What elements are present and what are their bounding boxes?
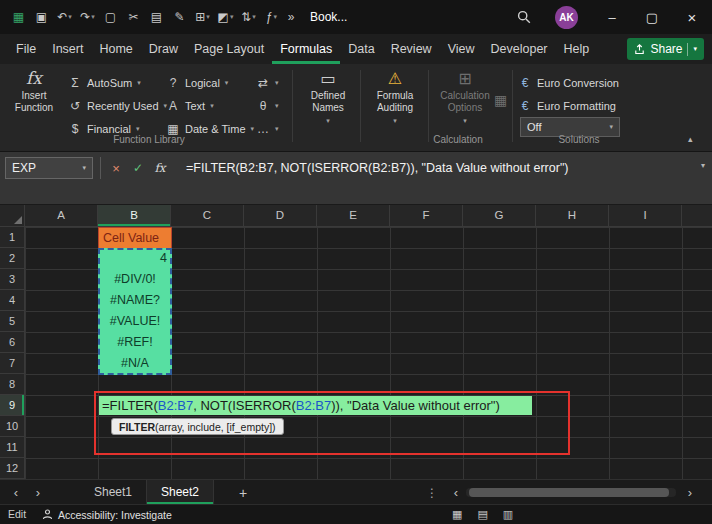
tab-review[interactable]: Review	[383, 34, 440, 64]
cell-b3[interactable]: #DIV/0!	[98, 269, 172, 290]
row-header-5[interactable]: 5	[0, 311, 25, 332]
chevron-down-icon[interactable]: ▾	[693, 45, 697, 53]
row-header-8[interactable]: 8	[0, 374, 25, 395]
scroll-left-icon[interactable]: ‹	[446, 480, 466, 505]
logical-icon: ?	[166, 76, 180, 90]
format-painter-icon[interactable]: ✎	[169, 5, 190, 29]
toolbar-overflow-icon[interactable]: »	[282, 10, 300, 24]
row-header-11[interactable]: 11	[0, 437, 25, 458]
range-b2-b7[interactable]: 4 #DIV/0! #NAME? #VALUE! #REF! #N/A	[98, 248, 172, 375]
column-header-b[interactable]: B	[98, 205, 171, 227]
column-header-i[interactable]: I	[609, 205, 682, 227]
sheet-nav-right-icon[interactable]: ›	[28, 480, 48, 505]
row-header-3[interactable]: 3	[0, 269, 25, 290]
column-header-c[interactable]: C	[171, 205, 244, 227]
redo-icon[interactable]: ↷▾	[77, 5, 98, 29]
search-icon[interactable]	[507, 0, 541, 34]
logical-button[interactable]: ? Logical ▾	[166, 73, 228, 92]
cut-icon[interactable]: ✂	[123, 5, 144, 29]
name-box-value: EXP	[12, 161, 36, 175]
row-header-7[interactable]: 7	[0, 353, 25, 374]
avatar[interactable]: AK	[555, 6, 578, 29]
save-icon[interactable]: ▣	[31, 5, 52, 29]
autosum-button[interactable]: Σ AutoSum ▾	[68, 73, 141, 92]
expand-formula-bar-icon[interactable]: ▾	[701, 161, 705, 170]
column-header-h[interactable]: H	[536, 205, 609, 227]
maximize-button[interactable]: ▢	[632, 0, 672, 34]
cells-area[interactable]: Cell Value 4 #DIV/0! #NAME? #VALUE! #REF…	[25, 227, 712, 479]
sort-filter-icon[interactable]: ⇅▾	[238, 5, 259, 29]
lookup-reference-button[interactable]: ⇄ ▾	[256, 73, 279, 92]
horizontal-scrollbar[interactable]	[466, 488, 676, 497]
cell-b4[interactable]: #NAME?	[98, 290, 172, 311]
row-header-4[interactable]: 4	[0, 290, 25, 311]
insert-function-icon[interactable]: ƒ▾	[261, 5, 282, 29]
tab-options-icon[interactable]: ⋮	[424, 480, 440, 505]
formula-input[interactable]: =FILTER(B2:B7, NOT(ISERROR(B2:B7)), "Dat…	[186, 161, 568, 175]
sheet-tab-sheet2[interactable]: Sheet2	[146, 480, 214, 504]
select-all-corner[interactable]	[0, 205, 25, 227]
page-layout-view-icon[interactable]: ▤	[477, 508, 487, 521]
math-trig-button[interactable]: θ ▾	[256, 96, 279, 115]
merge-cells-icon[interactable]: ⊞▾	[192, 5, 213, 29]
insert-function-icon[interactable]: fx	[150, 157, 170, 179]
tab-developer[interactable]: Developer	[483, 34, 556, 64]
tab-draw[interactable]: Draw	[141, 34, 186, 64]
column-header-a[interactable]: A	[25, 205, 98, 227]
scroll-right-icon[interactable]: ›	[680, 480, 700, 505]
tab-help[interactable]: Help	[556, 34, 598, 64]
accessibility-status[interactable]: Accessibility: Investigate	[42, 505, 172, 524]
tab-file[interactable]: File	[8, 34, 44, 64]
select-all-icon	[14, 216, 22, 224]
tab-insert[interactable]: Insert	[44, 34, 91, 64]
excel-app-icon[interactable]: ▦	[8, 5, 29, 29]
column-header-f[interactable]: F	[390, 205, 463, 227]
tab-page-layout[interactable]: Page Layout	[186, 34, 272, 64]
row-header-6[interactable]: 6	[0, 332, 25, 353]
cell-b5[interactable]: #VALUE!	[98, 311, 172, 332]
insert-function-button[interactable]: fx Insert Function	[6, 69, 62, 113]
horizontal-scrollbar-thumb[interactable]	[469, 488, 669, 497]
tab-view[interactable]: View	[440, 34, 483, 64]
minimize-button[interactable]: –	[592, 0, 632, 34]
formula-auditing-button[interactable]: ⚠ Formula Auditing ▾	[366, 69, 424, 127]
undo-icon[interactable]: ↶▾	[54, 5, 75, 29]
cell-b6[interactable]: #REF!	[98, 332, 172, 353]
cell-b1[interactable]: Cell Value	[98, 227, 172, 249]
cell-b2[interactable]: 4	[98, 248, 172, 269]
euro-conversion-button[interactable]: € Euro Conversion	[518, 73, 619, 92]
column-header-g[interactable]: G	[463, 205, 536, 227]
defined-names-button[interactable]: ▭ Defined Names ▾	[300, 69, 356, 127]
fill-color-icon[interactable]: ◩▾	[215, 5, 236, 29]
tab-home[interactable]: Home	[91, 34, 140, 64]
close-button[interactable]: ×	[672, 0, 712, 34]
column-header-d[interactable]: D	[244, 205, 317, 227]
row-header-9[interactable]: 9	[0, 395, 25, 416]
row-header-12[interactable]: 12	[0, 458, 25, 479]
name-box[interactable]: EXP ▾	[5, 157, 93, 179]
column-header-e[interactable]: E	[317, 205, 390, 227]
euro-formatting-button[interactable]: € Euro Formatting	[518, 96, 616, 115]
share-button[interactable]: Share ▾	[627, 38, 704, 60]
page-break-view-icon[interactable]: ▥	[503, 508, 513, 521]
tab-formulas[interactable]: Formulas	[272, 34, 340, 64]
copy-icon[interactable]: ▢	[100, 5, 121, 29]
cell-b9-formula-edit[interactable]: =FILTER( B2:B7 , NOT(ISERROR( B2:B7 )), …	[99, 396, 532, 415]
tab-data[interactable]: Data	[340, 34, 382, 64]
text-button[interactable]: A Text ▾	[166, 96, 214, 115]
calculation-options-button[interactable]: ⊞ Calculation Options ▾	[434, 69, 496, 127]
enter-button[interactable]: ✓	[128, 157, 148, 179]
normal-view-icon[interactable]: ▦	[452, 508, 462, 521]
calculate-now-icon[interactable]: ▦	[494, 92, 507, 108]
collapse-ribbon-icon[interactable]: ▴	[688, 134, 693, 144]
add-sheet-button[interactable]: +	[232, 480, 254, 505]
cancel-button[interactable]: ×	[106, 157, 126, 179]
row-header-2[interactable]: 2	[0, 248, 25, 269]
sheet-nav-left-icon[interactable]: ‹	[6, 480, 26, 505]
cell-b7[interactable]: #N/A	[98, 353, 172, 374]
recently-used-button[interactable]: ↺ Recently Used ▾	[68, 96, 167, 115]
paste-icon[interactable]: ▤	[146, 5, 167, 29]
row-header-1[interactable]: 1	[0, 227, 25, 248]
sheet-tab-sheet1[interactable]: Sheet1	[80, 480, 147, 504]
row-header-10[interactable]: 10	[0, 416, 25, 437]
